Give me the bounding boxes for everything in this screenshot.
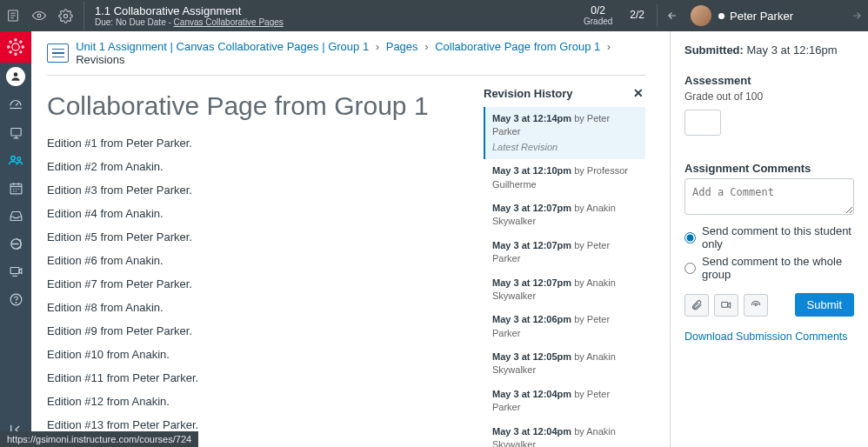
nav-groups[interactable]: [0, 146, 31, 174]
svg-point-3: [12, 43, 19, 50]
nav-calendar[interactable]: [0, 174, 31, 202]
revision-item[interactable]: May 3 at 12:04pm by Anakin Skywalker: [484, 420, 645, 447]
svg-point-12: [14, 72, 18, 77]
close-icon[interactable]: ✕: [633, 86, 644, 100]
nav-help[interactable]: [0, 285, 31, 313]
next-student-button[interactable]: [845, 0, 868, 31]
nav-inbox[interactable]: [0, 202, 31, 230]
svg-rect-13: [10, 128, 20, 136]
edition-line: Edition #4 from Anakin.: [47, 207, 468, 220]
svg-point-10: [10, 51, 11, 53]
edition-line: Edition #1 from Peter Parker.: [47, 137, 468, 150]
svg-rect-21: [722, 302, 728, 307]
svg-point-1: [37, 14, 41, 17]
submit-button[interactable]: Submit: [795, 293, 854, 317]
edition-line: Edition #3 from Peter Parker.: [47, 183, 468, 197]
prev-student-button[interactable]: [661, 0, 684, 31]
svg-point-2: [63, 14, 67, 17]
grade-out-of-label: Grade out of 100: [684, 90, 854, 103]
submitted-at: Submitted: May 3 at 12:16pm: [684, 43, 854, 57]
attach-file-icon[interactable]: [684, 294, 709, 317]
comments-heading: Assignment Comments: [684, 162, 854, 175]
edition-line: Edition #10 from Anakin.: [47, 348, 468, 361]
revision-item[interactable]: May 3 at 12:07pm by Anakin Skywalker: [484, 197, 645, 234]
grade-input[interactable]: [684, 110, 721, 136]
assignment-title: 1.1 Collaborative Assignment: [95, 4, 284, 17]
student-avatar[interactable]: [691, 5, 711, 26]
download-comments-link[interactable]: Download Submission Comments: [684, 330, 854, 343]
revision-item[interactable]: May 3 at 12:14pm by Peter ParkerLatest R…: [484, 107, 645, 159]
revision-item[interactable]: May 3 at 12:10pm by Professor Guilherme: [484, 159, 645, 197]
status-bar-url: https://gsimoni.instructure.com/courses/…: [0, 431, 198, 447]
revision-item[interactable]: May 3 at 12:05pm by Anakin Skywalker: [484, 345, 645, 383]
assignment-title-block: 1.1 Collaborative Assignment Due: No Due…: [83, 2, 294, 30]
nav-courses[interactable]: [0, 118, 31, 146]
speedgrader-sidebar: Submitted: May 3 at 12:16pm Assessment G…: [670, 31, 868, 447]
nav-commons[interactable]: [0, 230, 31, 257]
settings-gear-icon[interactable]: [52, 0, 78, 31]
svg-point-11: [20, 51, 22, 53]
edition-line: Edition #2 from Anakin.: [47, 160, 468, 173]
svg-point-8: [10, 41, 11, 43]
breadcrumb-pages[interactable]: Pages: [386, 40, 418, 53]
radio-whole-group[interactable]: Send comment to the whole group: [684, 255, 854, 281]
assignment-due: Due: No Due Date - Canvas Collaborative …: [95, 17, 284, 27]
edition-line: Edition #9 from Peter Parker.: [47, 324, 468, 337]
edition-line: Edition #5 from Peter Parker.: [47, 230, 468, 244]
revision-history-panel: Revision History ✕ May 3 at 12:14pm by P…: [484, 86, 645, 447]
student-name[interactable]: Peter Parker: [730, 10, 793, 23]
media-comment-icon[interactable]: [714, 294, 738, 317]
svg-point-6: [8, 46, 10, 48]
edition-line: Edition #13 from Peter Parker.: [47, 418, 468, 431]
nav-dashboard[interactable]: [0, 90, 31, 118]
breadcrumb-group[interactable]: Unit 1 Assignment | Canvas Collaborative…: [76, 40, 369, 53]
page-content-list: Edition #1 from Peter Parker.Edition #2 …: [47, 137, 468, 431]
global-nav: [0, 31, 31, 447]
gradebook-icon[interactable]: [0, 0, 26, 31]
comment-textarea[interactable]: [684, 178, 854, 215]
canvas-logo-icon[interactable]: [0, 31, 31, 63]
revision-item[interactable]: May 3 at 12:04pm by Peter Parker: [484, 383, 645, 420]
edition-line: Edition #7 from Peter Parker.: [47, 277, 468, 290]
revision-item[interactable]: May 3 at 12:06pm by Peter Parker: [484, 308, 645, 345]
edition-line: Edition #11 from Peter Parker.: [47, 371, 468, 384]
edition-line: Edition #12 from Anakin.: [47, 395, 468, 408]
revision-heading: Revision History: [484, 87, 573, 100]
speech-recognition-icon[interactable]: [744, 294, 768, 317]
online-indicator-icon: [718, 13, 724, 19]
page-title: Collaborative Page from Group 1: [47, 91, 468, 121]
grade-summary: 0/2 Graded 2/2: [575, 5, 653, 26]
breadcrumb: Unit 1 Assignment | Canvas Collaborative…: [76, 40, 645, 66]
svg-point-4: [15, 39, 17, 41]
assessment-heading: Assessment: [684, 74, 854, 87]
nav-studio[interactable]: [0, 257, 31, 285]
edition-line: Edition #6 from Anakin.: [47, 254, 468, 267]
svg-point-5: [15, 53, 17, 55]
svg-point-9: [20, 41, 22, 43]
breadcrumb-page[interactable]: Collaborative Page from Group 1: [435, 40, 600, 53]
revision-item[interactable]: May 3 at 12:07pm by Anakin Skywalker: [484, 271, 645, 309]
svg-point-22: [756, 304, 757, 305]
edition-line: Edition #8 from Anakin.: [47, 301, 468, 314]
svg-rect-18: [10, 267, 19, 273]
svg-point-15: [17, 157, 21, 161]
revision-item[interactable]: May 3 at 12:07pm by Peter Parker: [484, 234, 645, 271]
svg-point-7: [22, 46, 23, 48]
svg-point-14: [11, 157, 16, 161]
assignment-course-link[interactable]: Canvas Collaborative Pages: [174, 17, 284, 27]
radio-student-only[interactable]: Send comment to this student only: [684, 224, 854, 250]
breadcrumb-current: Revisions: [76, 53, 124, 66]
visibility-icon[interactable]: [26, 0, 52, 31]
nav-account[interactable]: [0, 63, 31, 90]
svg-point-20: [16, 302, 17, 303]
course-menu-toggle[interactable]: [47, 43, 69, 63]
